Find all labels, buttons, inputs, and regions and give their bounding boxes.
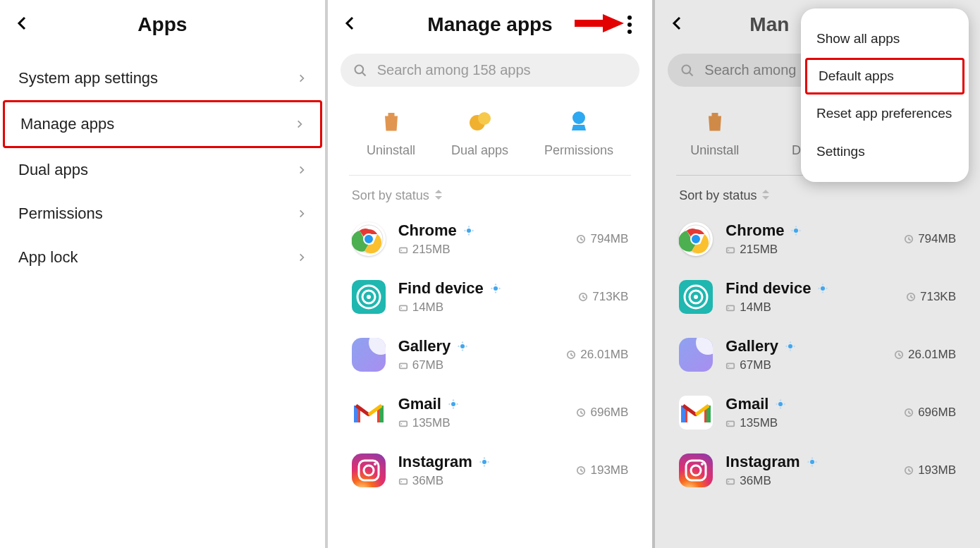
app-row-gallery[interactable]: Gallery67MB26.01MB [679,326,956,384]
app-icon [352,338,386,372]
app-row-gmail[interactable]: Gmail135MB696MB [352,384,629,442]
app-row-chrome[interactable]: Chrome215MB794MB [679,210,956,268]
storage-icon [725,418,735,428]
menu-label: Dual apps [18,161,88,179]
back-icon[interactable] [14,15,31,35]
action-label: Permissions [544,143,613,158]
storage-icon [725,360,735,370]
update-indicator-icon [458,341,467,351]
app-row-instagram[interactable]: Instagram36MB193MB [679,442,956,499]
update-indicator-icon [785,341,795,351]
app-storage: 36MB [412,474,443,488]
app-storage: 36MB [740,474,771,488]
app-row-chrome[interactable]: Chrome215MB794MB [352,210,629,268]
menu-item-manage-apps[interactable]: Manage apps [3,100,322,148]
app-name: Instagram [725,453,800,471]
sort-arrows-icon [435,188,442,203]
app-body: Gmail135MB [398,395,564,430]
svg-point-108 [811,465,812,466]
svg-point-23 [494,286,498,291]
app-icon [352,280,386,314]
storage-icon [398,303,408,312]
update-indicator-icon [791,226,801,236]
svg-point-71 [800,230,801,231]
svg-point-54 [479,461,481,463]
storage-icon [725,303,735,312]
chevron-right-icon [297,205,307,223]
svg-point-50 [374,463,376,465]
app-row-find-device[interactable]: Find device14MB713KB [679,268,956,326]
popup-default-apps[interactable]: Default apps [805,58,964,95]
clock-icon [576,408,586,418]
menu-item-app-lock[interactable]: App lock [3,236,322,279]
permissions-button[interactable]: Permissions [544,106,613,158]
svg-point-97 [780,407,781,408]
app-list: Chrome215MB794MBFind device14MB713KBGall… [328,210,653,499]
app-data-size: 26.01MB [580,348,628,362]
svg-rect-17 [399,248,407,252]
app-row-gmail[interactable]: Gmail135MB696MB [679,384,956,442]
svg-line-60 [690,72,693,75]
svg-point-70 [792,230,793,231]
app-name: Gallery [725,337,778,355]
sort-label: Sort by status [679,188,757,203]
menu-label: Permissions [18,205,103,223]
svg-point-110 [815,461,816,463]
search-icon [353,63,367,78]
app-row-instagram[interactable]: Instagram36MB193MB [352,442,629,499]
svg-point-26 [491,288,492,289]
app-icon [679,453,713,487]
sort-toggle[interactable]: Sort by status [328,176,653,210]
svg-point-34 [458,346,460,347]
popup-show-all-apps[interactable]: Show all apps [801,20,969,58]
svg-point-49 [364,465,374,475]
svg-rect-45 [399,421,407,426]
uninstall-button[interactable]: Uninstall [690,106,739,158]
svg-point-80 [822,291,823,293]
uninstall-button[interactable]: Uninstall [367,106,415,158]
app-data: 26.01MB [894,348,956,362]
svg-point-18 [400,250,402,251]
app-row-gallery[interactable]: Gallery67MB26.01MB [352,326,629,384]
search-input[interactable]: Search among 158 apps [341,54,640,87]
svg-point-109 [807,461,809,463]
chevron-right-icon [295,115,305,133]
app-name: Gallery [398,337,451,355]
app-data-size: 794MB [918,232,956,246]
app-row-find-device[interactable]: Find device14MB713KB [352,268,629,326]
header: Manage apps [328,0,653,49]
popup-reset-app-preferences[interactable]: Reset app preferences [801,95,969,133]
clock-icon [904,408,914,418]
svg-marker-6 [435,190,442,193]
svg-point-32 [462,341,463,343]
svg-rect-72 [727,248,735,252]
popup-settings[interactable]: Settings [801,133,969,171]
search-icon [680,63,694,78]
menu-item-permissions[interactable]: Permissions [3,192,322,236]
app-body: Chrome215MB [398,221,564,257]
svg-marker-61 [762,190,769,193]
svg-point-87 [790,341,791,343]
svg-point-42 [453,407,454,408]
back-icon[interactable] [669,15,686,35]
menu-item-dual-apps[interactable]: Dual apps [3,148,322,192]
back-icon[interactable] [342,15,359,35]
svg-point-41 [453,399,454,401]
app-name: Chrome [725,221,784,240]
svg-point-24 [495,284,496,285]
app-storage: 14MB [740,300,771,315]
action-row: Uninstall Dual apps Permissions [349,99,632,176]
update-indicator-icon [448,399,458,409]
storage-icon [725,476,735,486]
update-indicator-icon [776,399,785,409]
dual-apps-button[interactable]: Dual apps [451,106,508,158]
svg-point-1 [355,65,363,73]
header: Apps [0,0,325,49]
svg-point-104 [691,465,701,475]
action-label: Uninstall [367,143,415,158]
svg-marker-7 [435,196,442,200]
menu-item-system-app-settings[interactable]: System app settings [3,56,322,100]
svg-point-68 [795,226,797,227]
svg-point-98 [776,403,778,405]
app-icon [679,396,713,430]
